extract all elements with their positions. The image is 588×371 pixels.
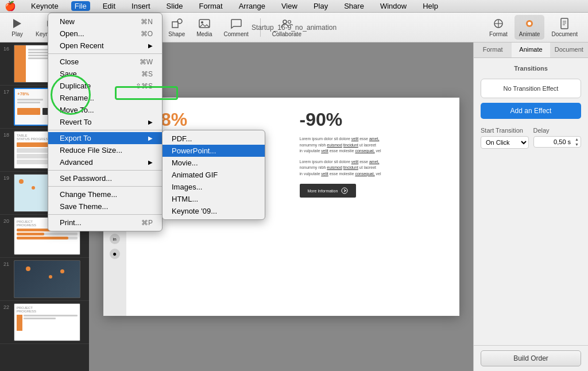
svg-point-15 — [177, 19, 182, 24]
document-panel-button[interactable]: Document — [547, 15, 582, 40]
comment-icon — [230, 17, 242, 30]
menu-advanced[interactable]: Advanced ▶ — [48, 156, 162, 168]
menu-close[interactable]: Close ⌘W — [48, 56, 162, 68]
play-icon — [11, 17, 24, 30]
menu-move-to[interactable]: Move To... — [48, 104, 162, 116]
menubar-help[interactable]: Help — [419, 1, 442, 11]
shape-button[interactable]: Shape — [164, 15, 189, 40]
right-stat: -90% — [300, 109, 446, 130]
slide-preview-21 — [14, 260, 80, 298]
submenu-pdf[interactable]: PDF... — [163, 133, 265, 145]
menubar: 🍎 Keynote File Edit Insert Slide Format … — [0, 0, 588, 13]
play-button[interactable]: Play — [6, 15, 29, 40]
menu-duplicate[interactable]: Duplicate ⇧⌘S — [48, 80, 162, 92]
on-click-select[interactable]: On Click — [481, 136, 529, 149]
menubar-format[interactable]: Format — [196, 1, 226, 11]
menu-new[interactable]: New ⌘N — [48, 16, 162, 28]
comment-button[interactable]: Comment — [219, 15, 253, 40]
linkedin-icon[interactable]: in — [110, 234, 120, 244]
media-button[interactable]: Media — [192, 15, 216, 40]
menu-rename[interactable]: Rename... — [48, 92, 162, 104]
svg-point-24 — [528, 22, 531, 25]
menu-revert-to[interactable]: Revert To ▶ — [48, 116, 162, 128]
submenu-animated-gif[interactable]: Animated GIF — [163, 169, 265, 181]
menubar-arrange[interactable]: Arrange — [235, 1, 269, 11]
shape-icon — [171, 17, 183, 30]
tab-format[interactable]: Format — [474, 42, 512, 57]
start-transition-row: Start Transition On Click Delay 0,50 s ▲… — [481, 127, 581, 149]
submenu-images[interactable]: Images... — [163, 181, 265, 193]
svg-marker-0 — [13, 19, 21, 28]
sep-1 — [48, 53, 162, 54]
no-transition-box: No Transition Effect — [481, 79, 581, 98]
animate-panel-button[interactable]: Animate — [514, 15, 545, 40]
other-social-icon[interactable]: ● — [110, 249, 120, 259]
menu-save[interactable]: Save ⌘S — [48, 68, 162, 80]
tab-document[interactable]: Document — [550, 42, 588, 57]
menu-print[interactable]: Print... ⌘P — [48, 217, 162, 229]
menubar-file[interactable]: File — [71, 1, 90, 11]
menu-open-recent[interactable]: Open Recent ▶ — [48, 40, 162, 52]
export-to-container: Export To ▶ PDF... PowerPoint... Movie..… — [48, 132, 162, 144]
menubar-share[interactable]: Share — [341, 1, 368, 11]
menubar-keynote[interactable]: Keynote — [28, 1, 62, 11]
document-title: Startup_16-9_no_animation — [252, 24, 336, 32]
slide-thumb-22[interactable]: 22 PROJECTPROGRESS — [0, 301, 89, 344]
submenu-html[interactable]: HTML... — [163, 193, 265, 205]
submenu-keynote-09[interactable]: Keynote '09... — [163, 205, 265, 217]
slide-preview-22: PROJECTPROGRESS — [14, 303, 80, 341]
media-icon — [198, 17, 211, 30]
export-submenu: PDF... PowerPoint... Movie... Animated G… — [162, 130, 265, 220]
delay-down-arrow[interactable]: ▼ — [573, 142, 581, 147]
right-para-2: Lorem ipsum dolor sit dolore velit esse … — [300, 159, 446, 177]
menu-reduce-file-size[interactable]: Reduce File Size... — [48, 144, 162, 156]
menu-change-theme[interactable]: Change Theme... — [48, 188, 162, 200]
right-para-1: Lorem ipsum dolor sit dolore velit esse … — [300, 136, 446, 154]
svg-rect-25 — [561, 18, 568, 29]
apple-menu[interactable]: 🍎 — [5, 1, 16, 11]
build-order-button[interactable]: Build Order — [481, 350, 581, 366]
add-effect-button[interactable]: Add an Effect — [481, 103, 581, 119]
delay-spinner-arrows[interactable]: ▲ ▼ — [573, 137, 581, 147]
slide-thumb-21[interactable]: 21 — [0, 258, 89, 301]
menubar-slide[interactable]: Slide — [163, 1, 187, 11]
tab-animate[interactable]: Animate — [512, 42, 550, 57]
format-panel-button[interactable]: Format — [485, 15, 512, 40]
menubar-play[interactable]: Play — [310, 1, 331, 11]
document-icon — [558, 17, 571, 30]
svg-rect-14 — [172, 22, 178, 28]
delay-spinner[interactable]: 0,50 s ▲ ▼ — [533, 136, 582, 148]
svg-point-17 — [201, 21, 203, 24]
transitions-panel-body: Transitions No Transition Effect Add an … — [474, 58, 588, 345]
start-transition-field: Start Transition On Click — [481, 127, 529, 149]
submenu-movie[interactable]: Movie... — [163, 157, 265, 169]
sep-2 — [48, 130, 162, 130]
sep-5 — [48, 214, 162, 215]
menubar-window[interactable]: Window — [377, 1, 410, 11]
menu-open[interactable]: Open... ⌘O — [48, 28, 162, 40]
sep-4 — [48, 186, 162, 187]
submenu-powerpoint[interactable]: PowerPoint... — [163, 145, 265, 157]
right-panel: Format Animate Document Transitions No T… — [473, 42, 588, 371]
menubar-edit[interactable]: Edit — [99, 1, 119, 11]
svg-point-30 — [342, 188, 347, 194]
arrow-right-dark-icon — [341, 187, 348, 194]
delay-up-arrow[interactable]: ▲ — [573, 137, 581, 142]
menubar-view[interactable]: View — [278, 1, 301, 11]
menu-export-to[interactable]: Export To ▶ — [48, 132, 162, 144]
menu-save-theme[interactable]: Save Theme... — [48, 200, 162, 212]
delay-field: Delay 0,50 s ▲ ▼ — [533, 127, 582, 148]
sep-3 — [48, 170, 162, 171]
menubar-insert[interactable]: Insert — [128, 1, 154, 11]
panel-tabs: Format Animate Document — [474, 42, 588, 58]
more-info-dark-button[interactable]: More Information — [300, 184, 357, 198]
file-menu: New ⌘N Open... ⌘O Open Recent ▶ Close ⌘W… — [48, 13, 163, 231]
transitions-header: Transitions — [481, 65, 581, 72]
format-icon — [492, 17, 505, 30]
panel-bottom: Build Order — [474, 345, 588, 371]
slide-col-right: -90% Lorem ipsum dolor sit dolore velit … — [300, 109, 446, 304]
animate-icon — [523, 17, 536, 30]
panel-tab-buttons: Format Animate Document — [485, 15, 582, 40]
menu-set-password[interactable]: Set Password... — [48, 172, 162, 184]
